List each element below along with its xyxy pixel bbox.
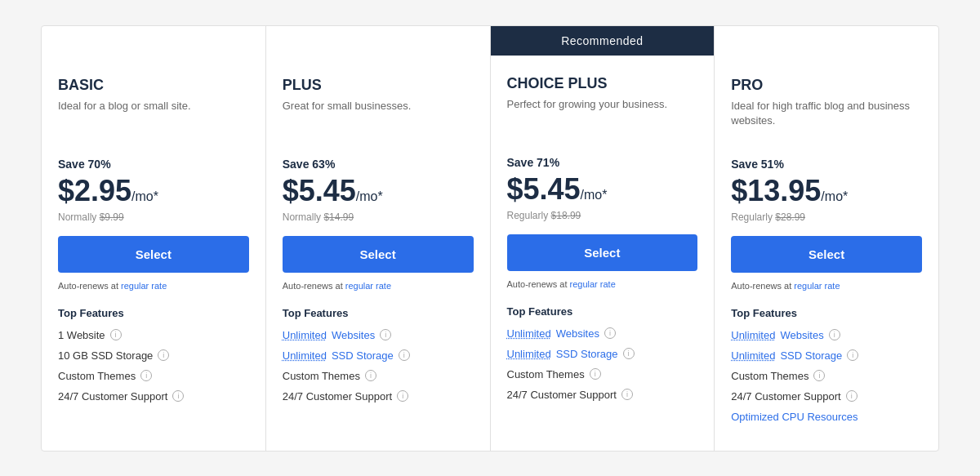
features-title: Top Features xyxy=(731,307,922,319)
plan-name: CHOICE PLUS xyxy=(507,75,698,92)
price-row: $2.95 /mo* xyxy=(58,174,249,208)
price-row: $5.45 /mo* xyxy=(507,172,698,207)
select-button[interactable]: Select xyxy=(58,236,249,273)
info-icon[interactable]: i xyxy=(846,390,858,402)
save-label: Save 71% xyxy=(507,156,698,169)
select-button[interactable]: Select xyxy=(507,234,698,271)
original-price: $9.99 xyxy=(100,211,124,223)
feature-suffix: Websites xyxy=(332,329,375,341)
feature-item: 24/7 Customer Support i xyxy=(283,390,474,403)
feature-item: Unlimited SSD Storage i xyxy=(283,349,474,362)
feature-suffix: SSD Storage xyxy=(332,349,394,362)
original-price: $14.99 xyxy=(323,211,354,223)
feature-link-text: Unlimited xyxy=(731,349,775,362)
info-icon[interactable]: i xyxy=(172,390,184,402)
feature-link-text: Unlimited xyxy=(507,327,551,340)
regular-rate-link[interactable]: regular rate xyxy=(345,281,391,291)
feature-item: 24/7 Customer Support i xyxy=(58,390,249,403)
price-normal: Normally $9.99 xyxy=(58,211,249,223)
plan-col-plus: PLUS Great for small businesses. Save 63… xyxy=(266,26,491,451)
feature-text: 1 Website xyxy=(58,329,105,341)
feature-text: 24/7 Customer Support xyxy=(58,390,167,403)
info-icon[interactable]: i xyxy=(847,349,858,361)
feature-item: Unlimited SSD Storage i xyxy=(731,349,922,362)
plan-name: BASIC xyxy=(58,77,249,94)
plan-name: PLUS xyxy=(283,77,474,94)
price-dollar: $5.45 xyxy=(507,172,581,207)
plan-name: PRO xyxy=(731,77,922,94)
price-normal: Regularly $18.99 xyxy=(507,210,698,221)
feature-link-text: Unlimited xyxy=(283,329,327,341)
spacer xyxy=(42,26,265,57)
recommended-badge: Recommended xyxy=(491,26,715,56)
price-normal: Normally $14.99 xyxy=(283,211,474,223)
pricing-table: BASIC Ideal for a blog or small site. Sa… xyxy=(41,25,939,452)
feature-text: 24/7 Customer Support xyxy=(507,389,617,401)
price-period: /mo* xyxy=(581,188,608,202)
save-label: Save 63% xyxy=(283,158,474,171)
feature-text: 24/7 Customer Support xyxy=(283,390,392,403)
info-icon[interactable]: i xyxy=(365,370,376,381)
regular-rate-link[interactable]: regular rate xyxy=(794,281,840,291)
save-label: Save 51% xyxy=(731,158,922,171)
spacer xyxy=(266,26,490,57)
info-icon[interactable]: i xyxy=(158,349,169,361)
feature-text: Custom Themes xyxy=(731,370,808,382)
feature-text: 24/7 Customer Support xyxy=(731,390,840,403)
plan-col-choice-plus: Recommended CHOICE PLUS Perfect for grow… xyxy=(491,26,715,451)
plan-desc: Perfect for growing your business. xyxy=(507,97,698,140)
price-normal: Regularly $28.99 xyxy=(731,211,922,223)
feature-suffix: Websites xyxy=(556,327,599,340)
info-icon[interactable]: i xyxy=(399,349,410,361)
feature-text: 10 GB SSD Storage xyxy=(58,349,153,362)
info-icon[interactable]: i xyxy=(140,370,152,381)
plan-body: CHOICE PLUS Perfect for growing your bus… xyxy=(491,56,715,451)
feature-item: 10 GB SSD Storage i xyxy=(58,349,249,362)
feature-item: Custom Themes i xyxy=(283,370,474,382)
info-icon[interactable]: i xyxy=(829,329,840,340)
auto-renew-text: Auto-renews at regular rate xyxy=(58,281,249,291)
price-period: /mo* xyxy=(131,189,158,204)
auto-renew-text: Auto-renews at regular rate xyxy=(507,279,698,289)
feature-text: Custom Themes xyxy=(507,368,585,380)
price-dollar: $5.45 xyxy=(283,174,356,208)
plan-body: PLUS Great for small businesses. Save 63… xyxy=(266,57,490,451)
select-button[interactable]: Select xyxy=(283,236,474,273)
features-title: Top Features xyxy=(283,307,474,319)
auto-renew-text: Auto-renews at regular rate xyxy=(731,281,922,291)
feature-item: 1 Website i xyxy=(58,329,249,341)
info-icon[interactable]: i xyxy=(623,348,635,359)
info-icon[interactable]: i xyxy=(813,370,825,381)
feature-item: Unlimited Websites i xyxy=(507,327,698,340)
optimized-cpu-link[interactable]: Optimized CPU Resources xyxy=(731,411,922,423)
feature-item: 24/7 Customer Support i xyxy=(731,390,922,403)
info-icon[interactable]: i xyxy=(590,368,601,380)
feature-suffix: SSD Storage xyxy=(780,349,842,362)
price-row: $5.45 /mo* xyxy=(283,174,474,208)
feature-text: Custom Themes xyxy=(283,370,360,382)
info-icon[interactable]: i xyxy=(380,329,391,340)
regular-rate-link[interactable]: regular rate xyxy=(570,279,616,289)
feature-item: Unlimited Websites i xyxy=(731,329,922,341)
feature-item: Unlimited Websites i xyxy=(283,329,474,341)
select-button[interactable]: Select xyxy=(731,236,922,273)
info-icon[interactable]: i xyxy=(604,327,616,339)
price-period: /mo* xyxy=(356,189,383,204)
save-label: Save 70% xyxy=(58,158,249,171)
feature-item: Custom Themes i xyxy=(58,370,249,382)
feature-text: Custom Themes xyxy=(58,370,136,382)
info-icon[interactable]: i xyxy=(397,390,408,402)
feature-item: 24/7 Customer Support i xyxy=(507,389,698,401)
original-price: $18.99 xyxy=(551,210,581,221)
feature-item: Unlimited SSD Storage i xyxy=(507,348,698,360)
features-title: Top Features xyxy=(507,305,698,318)
info-icon[interactable]: i xyxy=(621,389,633,400)
price-period: /mo* xyxy=(821,189,848,204)
regular-rate-link[interactable]: regular rate xyxy=(121,281,167,291)
info-icon[interactable]: i xyxy=(110,329,122,340)
feature-link-text: Unlimited xyxy=(283,349,327,362)
plan-desc: Ideal for high traffic blog and business… xyxy=(731,99,922,141)
plan-col-pro: PRO Ideal for high traffic blog and busi… xyxy=(715,26,938,451)
price-dollar: $2.95 xyxy=(58,174,131,208)
feature-suffix: SSD Storage xyxy=(556,348,618,360)
